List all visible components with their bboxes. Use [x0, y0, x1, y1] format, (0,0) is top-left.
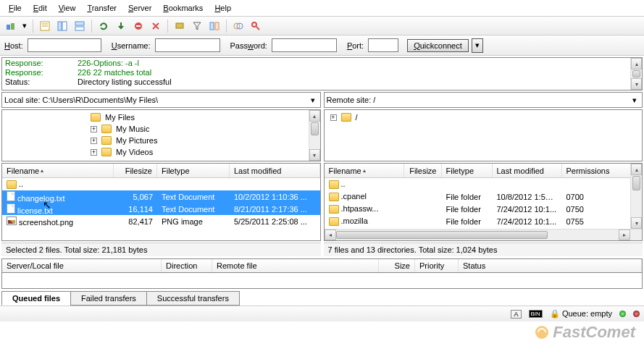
col-modified[interactable]: Last modified: [493, 164, 562, 177]
toggle-tree-button[interactable]: [54, 18, 70, 34]
process-queue-button[interactable]: [113, 18, 129, 34]
list-row[interactable]: .cpanel File folder 10/8/2012 1:53:... 0…: [325, 190, 643, 203]
svg-rect-6: [62, 22, 67, 30]
reconnect-button[interactable]: [172, 18, 188, 34]
menu-edit[interactable]: Edit: [28, 1, 53, 14]
tree-item-mypictures[interactable]: +My Pictures: [4, 135, 319, 146]
list-row[interactable]: .mozilla File folder 7/24/2012 10:1... 0…: [325, 215, 643, 227]
toggle-queue-button[interactable]: [72, 18, 88, 34]
port-input[interactable]: [368, 38, 398, 52]
col-filetype[interactable]: Filetype: [157, 164, 230, 177]
menu-view[interactable]: View: [53, 1, 82, 14]
tree-item-root[interactable]: +/: [326, 111, 641, 123]
col-filesize[interactable]: Filesize: [404, 164, 442, 177]
remote-tree[interactable]: +/: [324, 109, 643, 161]
tab-failed[interactable]: Failed transfers: [70, 291, 147, 306]
expand-icon[interactable]: +: [330, 114, 337, 121]
col-filename[interactable]: Filename▴: [2, 164, 114, 177]
queue-header: Server/Local file Direction Remote file …: [1, 258, 643, 273]
expand-icon[interactable]: +: [91, 126, 97, 132]
local-tree-scrollbar[interactable]: ▴▾: [309, 110, 320, 161]
password-label: Password:: [230, 41, 267, 50]
sync-browse-button[interactable]: [230, 18, 246, 34]
tree-item-myfiles[interactable]: My Files: [4, 111, 319, 123]
refresh-button[interactable]: [96, 18, 112, 34]
queue-status: 🔒 Queue: empty: [550, 309, 612, 319]
file-icon: [7, 203, 15, 214]
local-file-list[interactable]: Filename▴ Filesize Filetype Last modifie…: [1, 163, 321, 241]
tree-item-myvideos[interactable]: +My Videos: [4, 146, 319, 158]
remote-site-bar: Remote site: ▾: [324, 92, 643, 108]
col-filename[interactable]: Filename▴: [325, 164, 404, 177]
remote-site-dropdown[interactable]: ▾: [630, 96, 640, 105]
log-label: Response:: [5, 68, 78, 77]
remote-file-list[interactable]: Filename▴ Filesize Filetype Last modifie…: [324, 163, 643, 241]
disconnect-button[interactable]: [148, 18, 164, 34]
col-server-file[interactable]: Server/Local file: [2, 259, 162, 272]
local-status: Selected 2 files. Total size: 21,181 byt…: [1, 243, 321, 256]
col-priority[interactable]: Priority: [415, 259, 459, 272]
log-label: Response:: [5, 59, 78, 68]
menu-transfer[interactable]: Transfer: [81, 1, 122, 14]
host-input[interactable]: [28, 38, 101, 52]
local-site-input[interactable]: [43, 94, 308, 106]
svg-line-17: [256, 27, 259, 30]
file-icon: [7, 191, 15, 201]
quickconnect-dropdown[interactable]: ▾: [472, 38, 483, 53]
svg-rect-11: [176, 23, 183, 28]
queue-body[interactable]: [1, 273, 643, 289]
local-site-dropdown[interactable]: ▾: [308, 96, 318, 105]
svg-rect-8: [75, 27, 84, 30]
username-input[interactable]: [155, 38, 220, 52]
password-input[interactable]: [272, 38, 337, 52]
image-icon: [7, 216, 17, 225]
log-scrollbar[interactable]: ▴▾: [630, 58, 642, 90]
tab-queued[interactable]: Queued files: [1, 291, 71, 306]
list-row[interactable]: .htpassw... File folder 7/24/2012 10:1..…: [325, 203, 643, 215]
tree-item-mymusic[interactable]: +My Music: [4, 123, 319, 135]
local-tree[interactable]: My Files +My Music +My Pictures +My Vide…: [1, 109, 321, 161]
site-manager-dropdown[interactable]: ▾: [20, 18, 29, 34]
remote-list-hscroll[interactable]: ◂▸: [325, 229, 643, 240]
compare-button[interactable]: [206, 18, 222, 34]
col-filetype[interactable]: Filetype: [442, 164, 493, 177]
folder-icon: [101, 125, 112, 133]
list-row[interactable]: license.txt 16,114 Text Document 8/21/20…: [2, 203, 320, 215]
col-status[interactable]: Status: [459, 259, 642, 272]
menu-bookmarks[interactable]: Bookmarks: [157, 1, 209, 14]
filter-button[interactable]: [189, 18, 205, 34]
list-row-up[interactable]: ..: [2, 178, 320, 190]
folder-icon: [341, 113, 351, 122]
expand-icon[interactable]: +: [91, 138, 97, 144]
menu-server[interactable]: Server: [122, 1, 157, 14]
remote-site-input[interactable]: [373, 94, 630, 106]
led-error-icon: [633, 311, 640, 317]
toggle-log-button[interactable]: [37, 18, 53, 34]
folder-icon: [329, 217, 339, 226]
svg-rect-5: [58, 22, 62, 30]
remote-list-header: Filename▴ Filesize Filetype Last modifie…: [325, 164, 643, 178]
local-list-header: Filename▴ Filesize Filetype Last modifie…: [2, 164, 320, 178]
remote-status: 7 files and 13 directories. Total size: …: [324, 243, 643, 256]
list-row-up[interactable]: ..: [325, 178, 643, 190]
quickconnect-button[interactable]: Quickconnect: [407, 39, 469, 52]
folder-icon: [101, 136, 112, 145]
log-text: Directory listing successful: [78, 77, 172, 87]
cancel-button[interactable]: [130, 18, 146, 34]
site-manager-button[interactable]: [3, 18, 19, 34]
tab-successful[interactable]: Successful transfers: [146, 291, 240, 306]
col-size[interactable]: Size: [379, 259, 415, 272]
svg-point-16: [252, 22, 256, 27]
expand-icon[interactable]: +: [91, 149, 97, 156]
list-row[interactable]: changelog.txt 5,067 Text Document 10/2/2…: [2, 190, 320, 203]
col-filesize[interactable]: Filesize: [114, 164, 157, 177]
search-button[interactable]: [248, 18, 264, 34]
menubar: File Edit View Transfer Server Bookmarks…: [0, 0, 644, 17]
col-remote-file[interactable]: Remote file: [212, 259, 379, 272]
list-row[interactable]: screenshot.png 82,417 PNG image 5/25/201…: [2, 215, 320, 227]
led-activity-icon: [619, 311, 626, 317]
col-direction[interactable]: Direction: [162, 259, 212, 272]
col-modified[interactable]: Last modified: [230, 164, 320, 177]
menu-file[interactable]: File: [3, 1, 28, 14]
menu-help[interactable]: Help: [209, 1, 237, 14]
